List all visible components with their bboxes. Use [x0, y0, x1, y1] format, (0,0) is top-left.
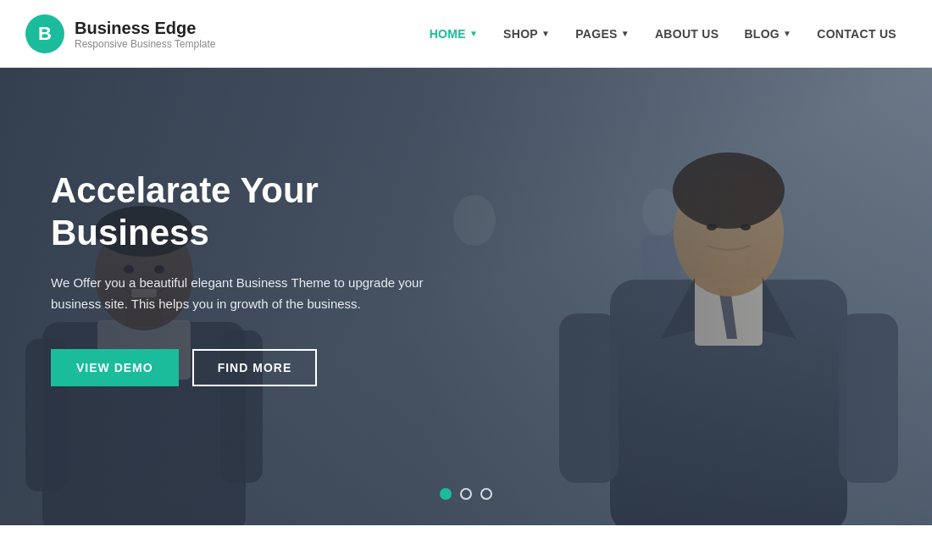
chevron-down-icon: ▼ — [541, 29, 550, 38]
hero-buttons: VIEW DEMO FIND MORE — [51, 349, 474, 386]
slider-dots — [440, 488, 492, 500]
hero-section: Accelarate Your Business We Offer you a … — [0, 68, 932, 525]
brand-text: Business Edge Responsive Business Templa… — [75, 18, 216, 50]
slider-dot-1[interactable] — [440, 488, 452, 500]
view-demo-button[interactable]: VIEW DEMO — [51, 349, 179, 386]
brand: B Business Edge Responsive Business Temp… — [25, 14, 216, 53]
slider-dot-3[interactable] — [480, 488, 492, 500]
nav-item-blog[interactable]: BLOG ▼ — [734, 20, 802, 47]
nav-item-home[interactable]: HOME ▼ — [419, 20, 488, 47]
nav-item-about[interactable]: ABOUT US — [645, 20, 730, 47]
hero-description: We Offer you a beautiful elegant Busines… — [51, 272, 474, 315]
hero-title: Accelarate Your Business — [51, 169, 474, 255]
slider-dot-2[interactable] — [460, 488, 472, 500]
hero-content: Accelarate Your Business We Offer you a … — [0, 68, 525, 437]
brand-subtitle: Responsive Business Template — [75, 38, 216, 50]
brand-name: Business Edge — [75, 18, 216, 38]
why-choose-us-section: WHY CHOOSE US? — [0, 525, 932, 560]
nav-item-pages[interactable]: PAGES ▼ — [565, 20, 640, 47]
main-nav: HOME ▼ SHOP ▼ PAGES ▼ ABOUT US BLOG ▼ CO… — [419, 20, 907, 47]
header: B Business Edge Responsive Business Temp… — [0, 0, 932, 68]
find-more-button[interactable]: FIND MORE — [192, 349, 318, 386]
brand-logo-icon: B — [25, 14, 64, 53]
chevron-down-icon: ▼ — [783, 29, 791, 38]
nav-item-shop[interactable]: SHOP ▼ — [493, 20, 560, 47]
chevron-down-icon: ▼ — [469, 29, 478, 38]
nav-item-contact[interactable]: CONTACT US — [807, 20, 907, 47]
chevron-down-icon: ▼ — [621, 29, 630, 38]
